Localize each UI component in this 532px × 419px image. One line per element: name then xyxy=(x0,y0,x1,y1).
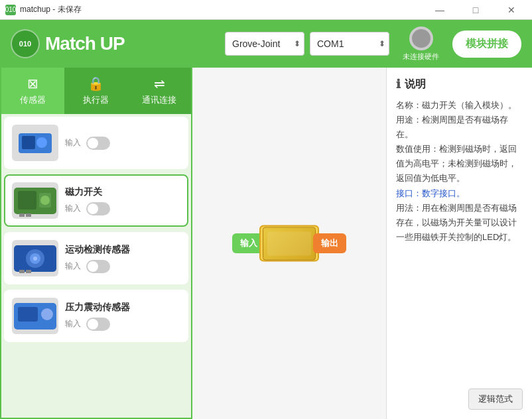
info-desc: 用途：检测周围是否有磁场存在。数值使用：检测到磁场时，返回值为高电平；未检测到磁… xyxy=(396,115,517,242)
sensor-info-magnet: 磁力开关 输入 xyxy=(65,186,180,215)
info-header: ℹ 说明 xyxy=(396,77,523,91)
maximize-button[interactable]: □ xyxy=(460,0,491,20)
canvas-area: 输入 输出 xyxy=(192,68,386,419)
svg-point-2 xyxy=(36,137,47,148)
header: 010 Match UP Grove-Joint COM1 未连接硬件 模块拼接 xyxy=(0,20,532,68)
svg-rect-13 xyxy=(19,270,25,273)
connect-label: 未连接硬件 xyxy=(403,52,439,62)
titlebar: 010 matchup - 未保存 — □ ✕ xyxy=(0,0,532,20)
select-group: Grove-Joint COM1 xyxy=(225,32,389,56)
com-select-wrapper: COM1 xyxy=(310,32,389,56)
sensor-meta-magnet: 输入 xyxy=(65,202,180,215)
sensor-name-vibration: 压力震动传感器 xyxy=(65,302,180,314)
svg-rect-8 xyxy=(26,213,31,217)
svg-rect-1 xyxy=(22,136,35,149)
info-name-value: 磁力开关（输入模块）。 xyxy=(422,100,517,110)
tab-comms[interactable]: ⇌ 通讯连接 xyxy=(128,68,191,114)
sensor-icon: ⊠ xyxy=(27,76,38,91)
sensor-item-magnet[interactable]: 磁力开关 输入 xyxy=(4,174,188,227)
titlebar-title: matchup - 未保存 xyxy=(20,4,425,15)
comms-icon: ⇌ xyxy=(154,76,165,91)
close-button[interactable]: ✕ xyxy=(496,0,527,20)
info-icon: ℹ xyxy=(396,77,401,91)
sensor-img-partial xyxy=(12,125,58,161)
grove-select[interactable]: Grove-Joint xyxy=(225,32,304,56)
connect-area: 未连接硬件 xyxy=(403,27,439,62)
main: ⊠ 传感器 🔒 执行器 ⇌ 通讯连接 xyxy=(0,68,532,419)
sensor-item-partial[interactable]: 输入 xyxy=(4,117,188,169)
sensor-meta-motion: 输入 xyxy=(65,260,180,273)
module-btn[interactable]: 模块拼接 xyxy=(452,30,521,58)
block-module xyxy=(259,225,319,262)
sensor-type-magnet: 输入 xyxy=(65,203,81,214)
sensor-item-motion[interactable]: 运动检测传感器 输入 xyxy=(4,232,188,284)
svg-point-17 xyxy=(41,308,53,320)
sensor-item-vibration[interactable]: 压力震动传感器 输入 xyxy=(4,290,188,342)
sensor-info-motion: 运动检测传感器 输入 xyxy=(65,244,180,273)
toggle-partial[interactable] xyxy=(86,137,110,150)
logo-area: 010 Match UP xyxy=(11,29,125,58)
sensor-type-partial: 输入 xyxy=(65,137,81,149)
svg-point-6 xyxy=(40,196,50,205)
app-icon: 010 xyxy=(5,5,16,15)
sensor-img-motion xyxy=(12,240,58,276)
info-panel: ℹ 说明 名称：磁力开关（输入模块）。 用途：检测周围是否有磁场存在。数值使用：… xyxy=(386,68,532,419)
info-title: 说明 xyxy=(405,78,426,91)
sensor-type-motion: 输入 xyxy=(65,261,81,272)
actuator-icon: 🔒 xyxy=(88,76,104,91)
sensor-name-motion: 运动检测传感器 xyxy=(65,244,180,256)
com-select[interactable]: COM1 xyxy=(310,32,389,56)
sensor-info-partial: 输入 xyxy=(65,137,180,150)
sensor-meta-partial: 输入 xyxy=(65,137,180,150)
svg-rect-16 xyxy=(18,307,38,322)
sidebar-list: 输入 磁力开关 xyxy=(1,114,191,418)
tab-comms-label: 通讯连接 xyxy=(142,94,176,106)
svg-rect-14 xyxy=(26,270,31,273)
tab-sensor-label: 传感器 xyxy=(20,94,46,106)
minimize-button[interactable]: — xyxy=(425,0,455,20)
sidebar: ⊠ 传感器 🔒 执行器 ⇌ 通讯连接 xyxy=(0,68,192,419)
sensor-meta-vibration: 输入 xyxy=(65,318,180,331)
svg-point-12 xyxy=(33,257,37,261)
info-name-label: 名称： xyxy=(396,100,422,110)
toggle-magnet[interactable] xyxy=(86,202,110,215)
sensor-img-magnet xyxy=(12,182,58,219)
sidebar-tabs: ⊠ 传感器 🔒 执行器 ⇌ 通讯连接 xyxy=(1,68,191,114)
toggle-vibration[interactable] xyxy=(86,318,110,331)
svg-rect-7 xyxy=(19,213,25,217)
toggle-motion[interactable] xyxy=(86,260,110,273)
connect-icon xyxy=(409,27,433,50)
titlebar-controls: — □ ✕ xyxy=(425,0,527,20)
sensor-name-magnet: 磁力开关 xyxy=(65,186,180,198)
connect-dot xyxy=(412,29,431,48)
tab-actuator-label: 执行器 xyxy=(83,94,109,106)
svg-rect-4 xyxy=(18,191,36,210)
pcb-board xyxy=(263,227,316,260)
sensor-img-vibration xyxy=(12,298,58,334)
sensor-info-vibration: 压力震动传感器 输入 xyxy=(65,302,180,331)
tab-actuator[interactable]: 🔒 执行器 xyxy=(64,68,127,114)
logo-text: Match UP xyxy=(45,33,125,54)
logic-btn[interactable]: 逻辑范式 xyxy=(468,389,523,410)
block-output[interactable]: 输出 xyxy=(313,233,346,253)
sensor-type-vibration: 输入 xyxy=(65,318,81,329)
info-body: 名称：磁力开关（输入模块）。 用途：检测周围是否有磁场存在。数值使用：检测到磁场… xyxy=(396,98,523,382)
logo-circle: 010 xyxy=(11,29,40,58)
tab-sensor[interactable]: ⊠ 传感器 xyxy=(1,68,64,114)
grove-select-wrapper: Grove-Joint xyxy=(225,32,304,56)
